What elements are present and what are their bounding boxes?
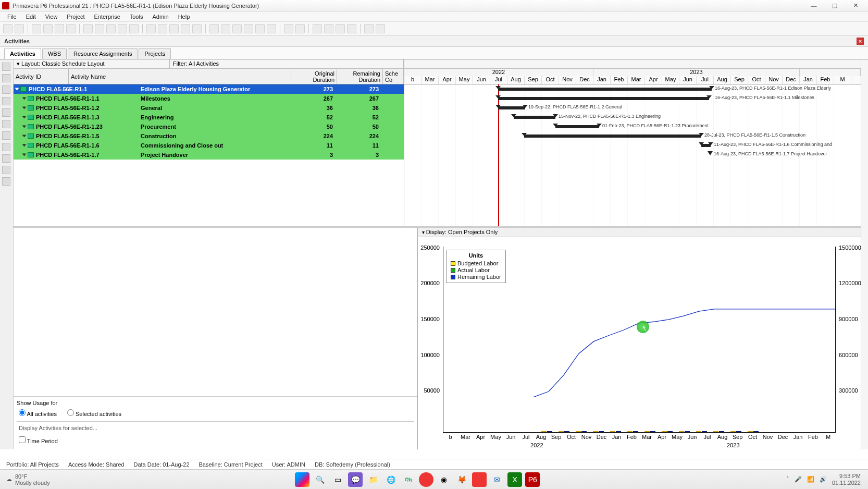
bar-budgeted[interactable] (713, 431, 718, 432)
app-icon[interactable] (472, 472, 487, 487)
gantt-bar[interactable] (524, 135, 701, 138)
wbs-row[interactable]: PHCD FLA5-56E-R1-1.1 Milestones 267 267 (14, 94, 404, 103)
toolbar-btn[interactable] (192, 24, 202, 33)
wbs-row[interactable]: PHCD FLA5-56E-R1-1.6 Commissioning and C… (14, 141, 404, 150)
col-remaining-duration[interactable]: Remaining Duration (337, 69, 383, 84)
left-tool-icon[interactable] (2, 154, 10, 163)
toolbar-btn[interactable] (284, 24, 293, 33)
tray-chevron-icon[interactable]: ˄ (786, 476, 789, 483)
toolbar-btn[interactable] (255, 24, 265, 33)
left-tool-icon[interactable] (2, 166, 10, 174)
tray-volume-icon[interactable]: 🔊 (820, 476, 827, 483)
tab-projects[interactable]: Projects (139, 48, 171, 59)
left-tool-icon[interactable] (2, 63, 10, 71)
minimize-button[interactable]: — (803, 1, 824, 10)
toolbar-btn[interactable] (118, 24, 127, 33)
wbs-row[interactable]: PHCD FLA5-56E-R1-1.2 General 36 36 (14, 103, 404, 113)
bar-remaining[interactable] (719, 431, 724, 432)
left-tool-icon[interactable] (2, 74, 10, 82)
tab-resource-assignments[interactable]: Resource Assignments (68, 48, 138, 59)
bar-budgeted[interactable] (559, 431, 564, 432)
filter-label[interactable]: Filter: All Activities (170, 59, 404, 68)
left-tool-icon[interactable] (2, 143, 10, 151)
tab-activities[interactable]: Activities (4, 48, 41, 59)
store-icon[interactable]: 🛍 (401, 472, 416, 487)
menu-admin[interactable]: Admin (148, 13, 172, 21)
excel-icon[interactable]: X (507, 472, 522, 487)
bar-budgeted[interactable] (576, 431, 581, 432)
menu-help[interactable]: Help (174, 13, 194, 21)
menu-edit[interactable]: Edit (22, 13, 40, 21)
radio-all-activities[interactable]: All activities (19, 409, 57, 417)
teams-icon[interactable]: 💬 (348, 472, 363, 487)
toolbar-btn[interactable] (347, 24, 356, 33)
checkbox-time-period[interactable]: Time Period (19, 436, 58, 444)
bar-budgeted[interactable] (730, 431, 736, 432)
toolbar-btn[interactable] (324, 24, 333, 33)
toolbar-btn[interactable] (169, 24, 179, 33)
col-activity-id[interactable]: Activity ID (14, 69, 69, 84)
bar-budgeted[interactable] (541, 431, 547, 432)
bar-remaining[interactable] (599, 431, 604, 432)
bar-budgeted[interactable] (679, 431, 684, 432)
search-icon[interactable]: 🔍 (313, 472, 327, 487)
bar-remaining[interactable] (667, 431, 673, 432)
bar-budgeted[interactable] (644, 431, 650, 432)
close-panel-icon[interactable]: × (857, 38, 864, 45)
toolbar-btn[interactable] (181, 24, 190, 33)
left-tool-icon[interactable] (2, 97, 10, 105)
gantt-bar[interactable] (555, 125, 599, 128)
toolbar-btn[interactable] (3, 24, 13, 33)
opera-icon[interactable] (419, 472, 433, 487)
taskview-icon[interactable]: ▭ (330, 472, 345, 487)
bar-budgeted[interactable] (610, 431, 615, 432)
bar-budgeted[interactable] (593, 431, 598, 432)
tray-wifi-icon[interactable]: 📶 (807, 476, 814, 483)
toolbar-btn[interactable] (221, 24, 230, 33)
toolbar-btn[interactable] (295, 24, 305, 33)
left-tool-icon[interactable] (2, 131, 10, 140)
toolbar-btn[interactable] (244, 24, 253, 33)
explorer-icon[interactable]: 📁 (366, 472, 380, 487)
bar-remaining[interactable] (753, 431, 759, 432)
toolbar-btn[interactable] (336, 24, 345, 33)
menu-file[interactable]: File (3, 13, 21, 21)
gantt-bar[interactable] (498, 97, 709, 100)
toolbar-btn[interactable] (364, 24, 374, 33)
toolbar-btn[interactable] (55, 24, 64, 33)
toolbar-btn[interactable] (15, 24, 24, 33)
wbs-row[interactable]: PHCD FLA5-56E-R1-1.7 Project Handover 3 … (14, 150, 404, 160)
toolbar-btn[interactable] (267, 24, 276, 33)
toolbar-btn[interactable] (376, 24, 385, 33)
wbs-row[interactable]: PHCD FLA5-56E-R1-1.23 Procurement 50 50 (14, 122, 404, 131)
toolbar-btn[interactable] (232, 24, 242, 33)
col-activity-name[interactable]: Activity Name (69, 69, 291, 84)
bar-budgeted[interactable] (748, 431, 753, 432)
p6-icon[interactable]: P6 (525, 472, 540, 487)
toolbar-btn[interactable] (83, 24, 93, 33)
tray-mic-icon[interactable]: 🎤 (795, 476, 802, 483)
left-tool-icon[interactable] (2, 120, 10, 128)
left-tool-icon[interactable] (2, 177, 10, 186)
gantt-bar[interactable] (514, 116, 555, 119)
toolbar-btn[interactable] (146, 24, 156, 33)
gantt-milestone-icon[interactable] (708, 151, 713, 155)
wbs-row[interactable]: PHCD FLA5-56E-R1-1.3 Engineering 52 52 (14, 113, 404, 122)
bar-remaining[interactable] (581, 431, 587, 432)
bar-remaining[interactable] (650, 431, 655, 432)
toolbar-btn[interactable] (32, 24, 41, 33)
left-tool-icon[interactable] (2, 85, 10, 94)
gantt-bar[interactable] (498, 88, 712, 91)
display-header[interactable]: ▾ Display: Open Projects Only (418, 228, 861, 237)
gantt-body[interactable]: 16-Aug-23, PHCD FLA5-56E-R1-1 Edison Pla… (404, 84, 861, 226)
bar-remaining[interactable] (702, 431, 707, 432)
bar-remaining[interactable] (547, 431, 552, 432)
col-schedule[interactable]: Sche Co (383, 69, 404, 84)
chart-area[interactable]: Units Budgeted Labor Actual Labor Remain… (418, 237, 861, 449)
toolbar-btn[interactable] (129, 24, 139, 33)
maximize-button[interactable]: ▢ (824, 1, 845, 10)
bar-budgeted[interactable] (662, 431, 667, 432)
radio-selected-activities[interactable]: Selected activities (67, 409, 121, 417)
bar-remaining[interactable] (616, 431, 621, 432)
bar-remaining[interactable] (736, 431, 741, 432)
